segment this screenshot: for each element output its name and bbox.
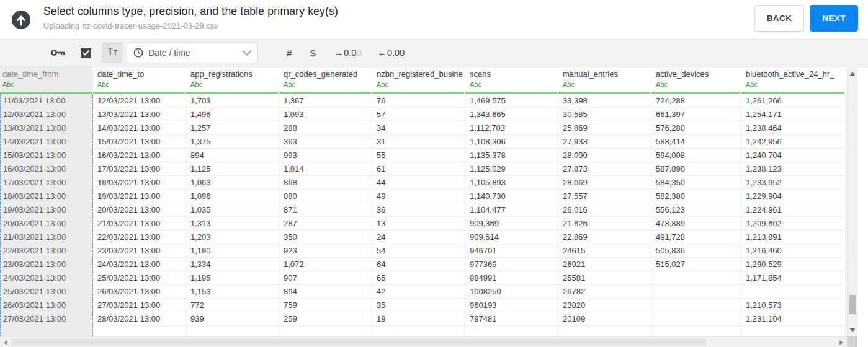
table-cell[interactable]: 21,626 (558, 217, 651, 231)
table-cell[interactable]: 11/03/2021 13:00 (0, 94, 93, 108)
table-cell[interactable]: 759 (279, 299, 372, 312)
table-cell[interactable]: 894 (279, 285, 372, 299)
scroll-right-icon[interactable] (839, 340, 843, 345)
table-cell[interactable]: 1,171,854 (741, 271, 846, 285)
table-cell[interactable] (651, 285, 741, 299)
column-type-dropdown[interactable]: Date / time (127, 42, 258, 63)
table-cell[interactable]: 1,229,904 (741, 190, 846, 203)
table-cell[interactable]: 19/03/2021 13:00 (93, 190, 186, 203)
table-cell[interactable]: 33,398 (558, 94, 651, 108)
table-cell[interactable]: 868 (279, 176, 372, 190)
table-cell[interactable]: 13 (372, 217, 465, 231)
table-cell[interactable]: 582,380 (651, 190, 741, 203)
table-cell[interactable]: 1,367 (279, 94, 372, 108)
table-cell[interactable]: 1,469,575 (465, 94, 558, 108)
table-cell[interactable]: 22/03/2021 13:00 (93, 231, 186, 244)
vertical-scrollbar-thumb[interactable] (849, 295, 856, 314)
vertical-scrollbar[interactable] (847, 68, 857, 336)
horizontal-scrollbar[interactable] (0, 336, 847, 347)
table-cell[interactable]: 1,375 (186, 135, 279, 149)
table-cell[interactable]: 28/03/2021 13:00 (93, 312, 186, 326)
table-cell[interactable]: 1,496 (186, 108, 279, 121)
column-selected-checkbox[interactable] (81, 48, 91, 58)
table-cell[interactable]: 1,238,464 (741, 121, 846, 135)
currency-type-button[interactable]: $ (310, 48, 315, 58)
table-cell[interactable]: 1,343,665 (465, 108, 558, 121)
table-cell[interactable]: 1,242,956 (741, 135, 846, 149)
table-cell[interactable]: 61 (372, 162, 465, 176)
table-cell[interactable]: 14/03/2021 13:00 (0, 135, 93, 149)
table-cell[interactable]: 871 (279, 203, 372, 217)
table-cell[interactable]: 977369 (465, 258, 558, 271)
column-header-date_time_to[interactable]: date_time_toAbc (93, 67, 186, 92)
table-cell[interactable]: 15/03/2021 13:00 (0, 149, 93, 162)
table-cell[interactable]: 27/03/2021 13:00 (0, 312, 93, 326)
table-cell[interactable]: 1,125,029 (465, 162, 558, 176)
table-cell[interactable]: 23/03/2021 13:00 (0, 258, 93, 271)
table-cell[interactable]: 491,728 (651, 231, 741, 244)
table-cell[interactable]: 259 (279, 312, 372, 326)
table-cell[interactable]: 18/03/2021 13:00 (93, 176, 186, 190)
table-cell[interactable]: 909,614 (465, 231, 558, 244)
table-cell[interactable]: 1,703 (186, 94, 279, 108)
table-cell[interactable]: 1,108,306 (465, 135, 558, 149)
table-cell[interactable]: 24 (372, 231, 465, 244)
table-cell[interactable]: 907 (279, 271, 372, 285)
table-cell[interactable]: 1,072 (279, 258, 372, 271)
column-header-manual_entries[interactable]: manual_entriesAbc (558, 67, 651, 92)
table-cell[interactable]: 23/03/2021 13:00 (93, 244, 186, 258)
table-cell[interactable]: 22,869 (558, 231, 651, 244)
table-cell[interactable]: 993 (279, 149, 372, 162)
table-cell[interactable]: 1,203 (186, 231, 279, 244)
text-type-button[interactable]: T T (102, 42, 123, 63)
table-cell[interactable] (186, 326, 279, 336)
table-cell[interactable]: 946701 (465, 244, 558, 258)
column-header-app_registrations[interactable]: app_registrationsAbc (186, 67, 279, 92)
scroll-up-icon[interactable] (850, 72, 855, 76)
table-cell[interactable]: 939 (186, 312, 279, 326)
table-cell[interactable]: 25/03/2021 13:00 (0, 285, 93, 299)
table-cell[interactable]: 1,231,104 (741, 312, 846, 326)
table-cell[interactable]: 1,257 (186, 121, 279, 135)
table-cell[interactable]: 16/03/2021 13:00 (93, 149, 186, 162)
table-cell[interactable]: 960193 (465, 299, 558, 312)
scroll-left-icon[interactable] (4, 340, 7, 345)
table-cell[interactable]: 1,105,893 (465, 176, 558, 190)
table-cell[interactable] (279, 326, 372, 336)
table-cell[interactable]: 505,836 (651, 244, 741, 258)
table-cell[interactable]: 1,334 (186, 258, 279, 271)
column-header-active_devices[interactable]: active_devicesAbc (651, 67, 741, 92)
table-cell[interactable]: 49 (372, 190, 465, 203)
table-cell[interactable]: 12/03/2021 13:00 (93, 94, 186, 108)
table-cell[interactable]: 26/03/2021 13:00 (0, 299, 93, 312)
table-cell[interactable]: 20/03/2021 13:00 (93, 203, 186, 217)
table-cell[interactable]: 76 (372, 94, 465, 108)
table-cell[interactable]: 57 (372, 108, 465, 121)
primary-key-icon[interactable] (51, 48, 66, 57)
table-cell[interactable]: 724,288 (651, 94, 741, 108)
table-cell[interactable]: 64 (372, 258, 465, 271)
table-cell[interactable]: 13/03/2021 13:00 (0, 121, 93, 135)
table-cell[interactable]: 1,240,704 (741, 149, 846, 162)
table-cell[interactable]: 17/03/2021 13:00 (0, 176, 93, 190)
table-cell[interactable]: 24/03/2021 13:00 (0, 271, 93, 285)
table-cell[interactable]: 12/03/2021 13:00 (0, 108, 93, 121)
table-cell[interactable]: 15/03/2021 13:00 (93, 135, 186, 149)
table-cell[interactable]: 26782 (558, 285, 651, 299)
table-cell[interactable]: 478,889 (651, 217, 741, 231)
table-cell[interactable]: 18/03/2021 13:00 (0, 190, 93, 203)
table-cell[interactable]: 54 (372, 244, 465, 258)
table-cell[interactable]: 1,096 (186, 190, 279, 203)
table-cell[interactable]: 556,123 (651, 203, 741, 217)
table-cell[interactable]: 1,224,961 (741, 203, 846, 217)
table-cell[interactable]: 35 (372, 299, 465, 312)
table-cell[interactable]: 25/03/2021 13:00 (93, 271, 186, 285)
table-cell[interactable]: 19/03/2021 13:00 (0, 203, 93, 217)
table-cell[interactable]: 1,216,460 (741, 244, 846, 258)
next-button[interactable]: NEXT (810, 5, 858, 32)
table-cell[interactable]: 42 (372, 285, 465, 299)
column-header-qr_codes_generated[interactable]: qr_codes_generatedAbc (279, 67, 372, 92)
table-cell[interactable]: 23820 (558, 299, 651, 312)
table-cell[interactable]: 287 (279, 217, 372, 231)
table-cell[interactable]: 1,104,477 (465, 203, 558, 217)
